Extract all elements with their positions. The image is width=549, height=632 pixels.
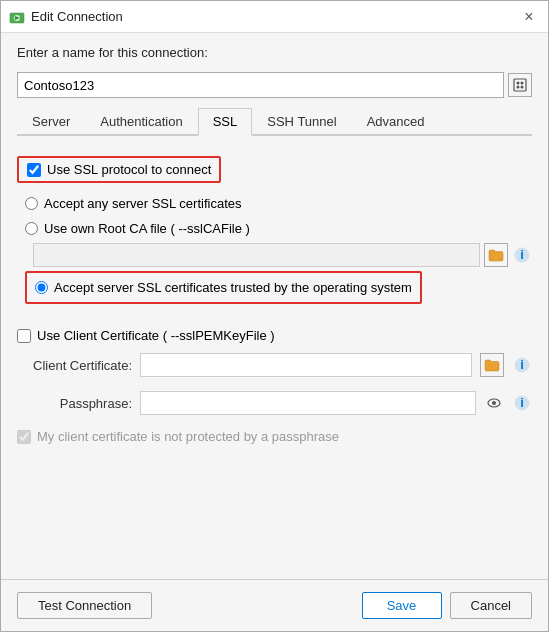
root-ca-folder-button[interactable] bbox=[484, 243, 508, 267]
svg-point-5 bbox=[521, 82, 524, 85]
svg-point-7 bbox=[521, 86, 524, 89]
save-button[interactable]: Save bbox=[362, 592, 442, 619]
use-client-cert-label[interactable]: Use Client Certificate ( --sslPEMKeyFile… bbox=[17, 328, 532, 343]
use-ssl-label[interactable]: Use SSL protocol to connect bbox=[27, 162, 211, 177]
use-ssl-text: Use SSL protocol to connect bbox=[47, 162, 211, 177]
not-protected-checkbox[interactable] bbox=[17, 430, 31, 444]
not-protected-text: My client certificate is not protected b… bbox=[37, 429, 339, 444]
use-ssl-checkbox[interactable] bbox=[27, 163, 41, 177]
ssl-options: Accept any server SSL certificates Use o… bbox=[17, 193, 532, 304]
close-button[interactable]: × bbox=[518, 6, 540, 28]
passphrase-label: Passphrase: bbox=[17, 396, 132, 411]
use-root-ca-label[interactable]: Use own Root CA file ( --sslCAFile ) bbox=[25, 218, 532, 239]
svg-point-6 bbox=[517, 86, 520, 89]
accept-trusted-text: Accept server SSL certificates trusted b… bbox=[54, 280, 412, 295]
not-protected-label[interactable]: My client certificate is not protected b… bbox=[17, 429, 532, 444]
client-cert-row: Client Certificate: i bbox=[17, 353, 532, 377]
dialog-title: Edit Connection bbox=[31, 9, 512, 24]
client-cert-section: Use Client Certificate ( --sslPEMKeyFile… bbox=[17, 328, 532, 343]
connection-icon-button[interactable] bbox=[508, 73, 532, 97]
accept-any-label[interactable]: Accept any server SSL certificates bbox=[25, 193, 532, 214]
use-root-ca-text: Use own Root CA file ( --sslCAFile ) bbox=[44, 221, 250, 236]
svg-text:i: i bbox=[520, 395, 524, 410]
right-buttons: Save Cancel bbox=[362, 592, 532, 619]
connection-name-label: Enter a name for this connection: bbox=[17, 45, 532, 60]
svg-text:i: i bbox=[520, 357, 524, 372]
tab-ssl[interactable]: SSL bbox=[198, 108, 253, 136]
svg-rect-3 bbox=[514, 79, 526, 91]
title-bar: Edit Connection × bbox=[1, 1, 548, 33]
passphrase-info-button[interactable]: i bbox=[512, 393, 532, 413]
root-ca-input[interactable] bbox=[33, 243, 480, 267]
connection-name-row bbox=[17, 72, 532, 98]
tab-authentication[interactable]: Authentication bbox=[85, 108, 197, 136]
passphrase-toggle-button[interactable] bbox=[484, 393, 504, 413]
not-protected-row: My client certificate is not protected b… bbox=[17, 429, 532, 444]
tab-bar: Server Authentication SSL SSH Tunnel Adv… bbox=[17, 106, 532, 136]
accept-any-radio[interactable] bbox=[25, 197, 38, 210]
cancel-button[interactable]: Cancel bbox=[450, 592, 532, 619]
accept-trusted-radio[interactable] bbox=[35, 281, 48, 294]
passphrase-row: Passphrase: i bbox=[17, 391, 532, 415]
test-connection-button[interactable]: Test Connection bbox=[17, 592, 152, 619]
svg-point-13 bbox=[492, 401, 496, 405]
tab-server[interactable]: Server bbox=[17, 108, 85, 136]
connection-name-input[interactable] bbox=[17, 72, 504, 98]
svg-point-4 bbox=[517, 82, 520, 85]
svg-text:i: i bbox=[520, 247, 524, 262]
tab-ssh-tunnel[interactable]: SSH Tunnel bbox=[252, 108, 351, 136]
use-client-cert-text: Use Client Certificate ( --sslPEMKeyFile… bbox=[37, 328, 275, 343]
accept-trusted-box: Accept server SSL certificates trusted b… bbox=[25, 271, 422, 304]
root-ca-input-row: i bbox=[25, 243, 532, 267]
bottom-bar: Test Connection Save Cancel bbox=[1, 579, 548, 631]
use-ssl-box: Use SSL protocol to connect bbox=[17, 156, 221, 183]
passphrase-input[interactable] bbox=[140, 391, 476, 415]
use-client-cert-checkbox[interactable] bbox=[17, 329, 31, 343]
edit-connection-dialog: Edit Connection × Enter a name for this … bbox=[0, 0, 549, 632]
dialog-body: Enter a name for this connection: Server… bbox=[1, 33, 548, 579]
client-cert-info-button[interactable]: i bbox=[512, 355, 532, 375]
use-root-ca-radio[interactable] bbox=[25, 222, 38, 235]
accept-trusted-label[interactable]: Accept server SSL certificates trusted b… bbox=[35, 277, 412, 298]
client-cert-label: Client Certificate: bbox=[17, 358, 132, 373]
client-cert-folder-button[interactable] bbox=[480, 353, 504, 377]
app-icon bbox=[9, 9, 25, 25]
accept-any-text: Accept any server SSL certificates bbox=[44, 196, 242, 211]
root-ca-info-button[interactable]: i bbox=[512, 245, 532, 265]
tab-advanced[interactable]: Advanced bbox=[352, 108, 440, 136]
client-cert-input[interactable] bbox=[140, 353, 472, 377]
ssl-content: Use SSL protocol to connect Accept any s… bbox=[17, 144, 532, 579]
